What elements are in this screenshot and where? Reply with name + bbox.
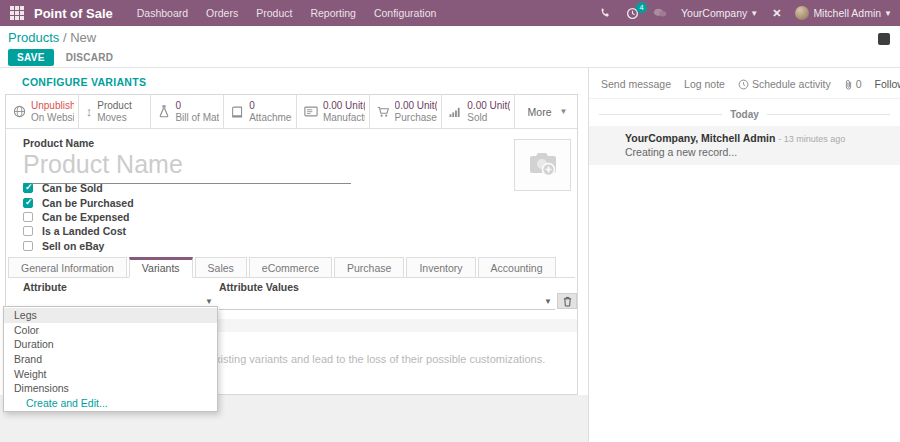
dropdown-option-duration[interactable]: Duration [4,337,217,352]
sold-qty: 0.00 Unit(s) [467,100,510,112]
delete-row-button[interactable] [557,293,577,309]
message-item: YourCompany, Mitchell Admin - 13 minutes… [589,126,900,165]
stat-bom-button[interactable]: 0 Bill of Mate... [151,95,224,128]
checkbox-unchecked-icon [23,212,33,222]
main-menu: Dashboard Orders Product Reporting Confi… [137,7,437,19]
checkbox-checked-icon [23,198,33,208]
tab-purchase[interactable]: Purchase [334,257,404,277]
attribute-column-header: Attribute [23,281,67,293]
configure-variants-button[interactable]: CONFIGURE VARIANTS [22,76,146,88]
bar-chart-icon [449,106,462,117]
stat-purchased-button[interactable]: 0.00 Unit(s) Purchased [370,95,443,128]
clock-icon [738,79,749,90]
breadcrumb-current: New [70,30,96,45]
breadcrumb-separator: / [63,30,67,45]
breadcrumb: Products / New [8,30,892,45]
checkbox-can-be-sold[interactable]: Can be Sold [23,181,134,195]
stat-manufactured-button[interactable]: 0.00 Unit(s) Manufactur... [297,95,370,128]
variants-warning-text: existing variants and lead to the loss o… [209,353,545,365]
company-switcher[interactable]: YourCompany ▼ [681,7,758,19]
menu-product[interactable]: Product [256,7,292,19]
date-divider: Today [599,109,890,120]
stat-product-moves-button[interactable]: ↕ Product Moves [79,95,152,128]
checkbox-checked-icon [23,183,33,193]
chevron-down-icon: ▼ [560,107,568,116]
user-menu[interactable]: Mitchell Admin ▼ [795,6,892,20]
control-panel: Products / New SAVE DISCARD [0,26,900,68]
book-icon [231,106,244,118]
attribute-values-input[interactable] [219,293,555,310]
more-button[interactable]: More ▼ [515,95,577,128]
tab-inventory[interactable]: Inventory [406,257,475,277]
menu-reporting[interactable]: Reporting [310,7,356,19]
activities-clock-icon[interactable]: 4 [626,7,639,20]
chevron-down-icon: ▼ [884,9,892,18]
product-name-input[interactable] [23,148,351,184]
attribute-dropdown-menu: Legs Color Duration Brand Weight Dimensi… [3,306,218,412]
notebook-tabs: General Information Variants Sales eComm… [8,257,575,278]
list-card-icon [304,106,318,117]
menu-orders[interactable]: Orders [206,7,238,19]
follow-button[interactable]: Follow [875,78,900,90]
user-name: Mitchell Admin [813,7,881,19]
tab-sales[interactable]: Sales [195,257,247,277]
menu-dashboard[interactable]: Dashboard [137,7,188,19]
support-tools-icon[interactable]: ✕ [772,7,781,20]
breadcrumb-products[interactable]: Products [8,30,59,45]
apps-menu-icon[interactable] [10,6,24,20]
dropdown-option-brand[interactable]: Brand [4,352,217,367]
dropdown-option-color[interactable]: Color [4,323,217,338]
tab-accounting[interactable]: Accounting [478,257,556,277]
discard-button[interactable]: DISCARD [66,52,114,63]
flask-icon [158,105,170,118]
chatter-panel: Send message Log note Schedule activity … [588,68,900,442]
phone-icon[interactable] [600,7,612,19]
dropdown-option-weight[interactable]: Weight [4,366,217,381]
app-title[interactable]: Point of Sale [34,6,113,21]
log-note-button[interactable]: Log note [684,78,725,90]
globe-icon [13,105,26,118]
dropdown-caret-icon[interactable]: ▼ [544,297,552,306]
form-area: CONFIGURE VARIANTS Unpublished On Websit… [0,68,588,442]
dropdown-option-legs[interactable]: Legs [4,308,217,323]
save-button[interactable]: SAVE [8,49,54,66]
schedule-activity-button[interactable]: Schedule activity [738,78,831,90]
trash-icon [563,296,572,307]
layout-toggle-icon[interactable] [878,33,890,45]
checkbox-landed-cost[interactable]: Is a Landed Cost [23,224,134,238]
product-image-upload[interactable] [514,139,571,191]
send-message-button[interactable]: Send message [601,78,671,90]
stat-sold-button[interactable]: 0.00 Unit(s) Sold [442,95,515,128]
stat-website-button[interactable]: Unpublished On Website [6,95,79,128]
tab-general-information[interactable]: General Information [8,257,127,277]
chatter-toolbar: Send message Log note Schedule activity … [589,68,900,99]
paperclip-icon [844,79,853,90]
purchased-qty: 0.00 Unit(s) [395,100,438,112]
company-name: YourCompany [681,7,747,19]
stat-attachments-button[interactable]: 0 Attachments [224,95,297,128]
stat-button-row: Unpublished On Website ↕ Product Moves [6,95,577,129]
checkbox-sell-on-ebay[interactable]: Sell on eBay [23,239,134,253]
tab-ecommerce[interactable]: eCommerce [249,257,332,277]
attachment-count: 0 [856,78,862,90]
message-body: Creating a new record... [625,146,890,158]
cart-icon [377,106,390,118]
dropdown-caret-icon[interactable]: ▼ [205,297,213,306]
messages-icon[interactable] [653,7,667,19]
checkbox-unchecked-icon [23,226,33,236]
dropdown-create-and-edit[interactable]: Create and Edit... [4,396,217,411]
attachments-button[interactable]: 0 [844,78,862,90]
activity-count-badge: 4 [636,2,647,13]
message-author[interactable]: YourCompany, Mitchell Admin [625,132,775,144]
tab-variants[interactable]: Variants [129,257,193,278]
top-navbar: Point of Sale Dashboard Orders Product R… [0,0,900,26]
checkbox-can-be-purchased[interactable]: Can be Purchased [23,195,134,209]
manufactured-qty: 0.00 Unit(s) [323,100,365,112]
chevron-down-icon: ▼ [750,9,758,18]
bom-count: 0 [175,100,219,112]
dropdown-option-dimensions[interactable]: Dimensions [4,381,217,396]
attachment-count: 0 [249,100,292,112]
checkbox-can-be-expensed[interactable]: Can be Expensed [23,210,134,224]
menu-configuration[interactable]: Configuration [374,7,436,19]
checkbox-unchecked-icon [23,241,33,251]
